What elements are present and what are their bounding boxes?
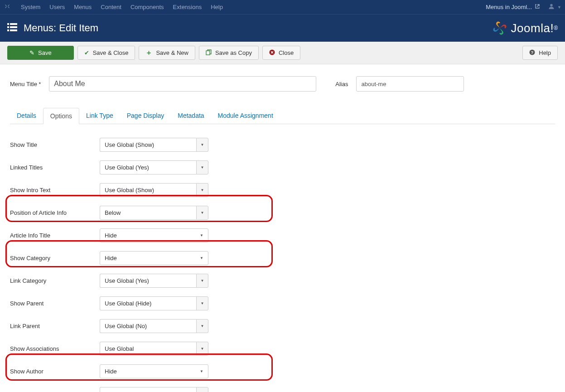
copy-icon: [206, 49, 212, 57]
check-icon: ✔: [84, 49, 89, 56]
top-nav-menus[interactable]: Menus: [69, 4, 96, 10]
options-panel: Show TitleUse Global (Show)▼Linked Title…: [0, 124, 565, 392]
option-label: Show Category: [10, 255, 100, 261]
option-label: Show Parent: [10, 300, 100, 307]
save-button[interactable]: ✎Save: [7, 46, 74, 60]
svg-text:?: ?: [531, 50, 534, 55]
option-label: Link Parent: [10, 323, 100, 329]
joomla-small-icon: [4, 3, 11, 11]
option-label: Show Associations: [10, 345, 100, 352]
top-nav-site-link[interactable]: Menus in Jooml...: [486, 4, 540, 10]
option-label: Show Title: [10, 141, 100, 148]
tab-options[interactable]: Options: [43, 108, 79, 124]
option-select[interactable]: Use Global (Hide)▼: [100, 296, 208, 310]
svg-rect-2: [10, 23, 17, 25]
top-nav-system[interactable]: System: [16, 4, 45, 10]
caret-down-icon: ▼: [196, 319, 208, 333]
caret-down-icon: ▼: [200, 369, 203, 373]
form-header: Menu Title * Alias: [0, 64, 565, 97]
option-row: Show ParentUse Global (Hide)▼: [10, 292, 555, 315]
top-nav-extensions[interactable]: Extensions: [169, 4, 207, 10]
close-icon: [269, 49, 275, 57]
svg-rect-5: [7, 29, 9, 31]
option-select[interactable]: Use Global (No)▼: [100, 319, 208, 333]
tab-module-assignment[interactable]: Module Assignment: [211, 108, 280, 124]
tab-details[interactable]: Details: [10, 108, 43, 124]
caret-down-icon: ▼: [196, 387, 208, 392]
option-select[interactable]: Use Global (Yes)▼: [100, 160, 208, 174]
option-row: Link CategoryUse Global (Yes)▼: [10, 269, 555, 292]
tab-link-type[interactable]: Link Type: [79, 108, 120, 124]
option-select[interactable]: Use Global (Show)▼: [100, 138, 208, 152]
option-row: Show AuthorHide▼: [10, 360, 555, 382]
option-select[interactable]: Hide▼: [100, 364, 208, 378]
page-header: Menus: Edit Item Joomla!®: [0, 14, 565, 42]
top-nav-help[interactable]: Help: [206, 4, 227, 10]
option-select[interactable]: Below▼: [100, 206, 208, 220]
caret-down-icon: ▼: [196, 274, 208, 288]
list-icon: [7, 22, 17, 34]
option-row: Show AssociationsUse Global▼: [10, 337, 555, 360]
toolbar: ✎Save ✔Save & Close ＋Save & New Save as …: [0, 42, 565, 64]
option-select[interactable]: Use Global▼: [100, 342, 208, 356]
caret-down-icon: ▼: [196, 296, 208, 310]
top-nav-users[interactable]: Users: [45, 4, 69, 10]
svg-rect-3: [7, 26, 9, 28]
joomla-logo: Joomla!®: [492, 20, 558, 36]
option-row: Link ParentUse Global (No)▼: [10, 315, 555, 337]
help-button[interactable]: ?Help: [522, 46, 558, 60]
option-label: Article Info Title: [10, 232, 100, 239]
tabs: DetailsOptionsLink TypePage DisplayMetad…: [10, 108, 555, 124]
svg-rect-6: [10, 29, 17, 31]
option-row: Position of Article InfoBelow▼: [10, 201, 555, 224]
svg-rect-4: [10, 26, 17, 28]
top-nav-components[interactable]: Components: [126, 4, 169, 10]
option-row: Show CategoryHide▼: [10, 247, 555, 269]
caret-down-icon: ▼: [196, 342, 208, 356]
option-select[interactable]: Use Global (Yes)▼: [100, 274, 208, 288]
top-nav: SystemUsersMenusContentComponentsExtensi…: [0, 0, 565, 14]
option-row: Linked TitlesUse Global (Yes)▼: [10, 156, 555, 179]
alias-label: Alias: [335, 81, 348, 87]
caret-down-icon: ▼: [196, 138, 208, 152]
alias-input[interactable]: [356, 76, 464, 92]
option-row: Show TitleUse Global (Show)▼: [10, 133, 555, 156]
caret-down-icon: ▼: [200, 256, 203, 260]
option-label: Position of Article Info: [10, 209, 100, 216]
external-link-icon: [535, 4, 540, 10]
option-label: Show Intro Text: [10, 187, 100, 194]
caret-down-icon: ▼: [196, 160, 208, 174]
close-button[interactable]: Close: [262, 46, 300, 60]
option-label: Show Author: [10, 368, 100, 375]
caret-down-icon: ▼: [196, 183, 208, 197]
caret-down-icon: ▼: [196, 206, 208, 220]
help-icon: ?: [529, 49, 535, 57]
plus-icon: ＋: [145, 48, 152, 57]
svg-rect-7: [206, 51, 210, 55]
user-icon[interactable]: [548, 3, 555, 11]
tab-page-display[interactable]: Page Display: [120, 108, 171, 124]
page-title: Menus: Edit Item: [24, 22, 98, 34]
option-row: Article Info TitleHide▼: [10, 224, 555, 247]
option-select[interactable]: Hide▼: [100, 228, 208, 242]
option-select[interactable]: Use Global (No)▼: [100, 387, 208, 392]
top-nav-content[interactable]: Content: [96, 4, 126, 10]
caret-down-icon: ▼: [557, 5, 561, 10]
option-label: Linked Titles: [10, 164, 100, 171]
svg-rect-1: [7, 23, 9, 25]
option-label: Link Category: [10, 277, 100, 284]
menu-title-input[interactable]: [49, 76, 316, 92]
save-new-button[interactable]: ＋Save & New: [139, 46, 195, 60]
save-close-button[interactable]: ✔Save & Close: [77, 46, 135, 60]
apply-icon: ✎: [29, 49, 34, 56]
option-select[interactable]: Hide▼: [100, 251, 208, 265]
caret-down-icon: ▼: [200, 233, 203, 237]
option-select[interactable]: Use Global (Show)▼: [100, 183, 208, 197]
menu-title-label: Menu Title *: [10, 81, 41, 87]
option-label: Link Author: [10, 391, 100, 392]
save-copy-button[interactable]: Save as Copy: [199, 46, 259, 60]
option-row: Show Intro TextUse Global (Show)▼: [10, 179, 555, 201]
svg-point-0: [550, 4, 552, 6]
tab-metadata[interactable]: Metadata: [171, 108, 211, 124]
option-row: Link AuthorUse Global (No)▼: [10, 382, 555, 392]
